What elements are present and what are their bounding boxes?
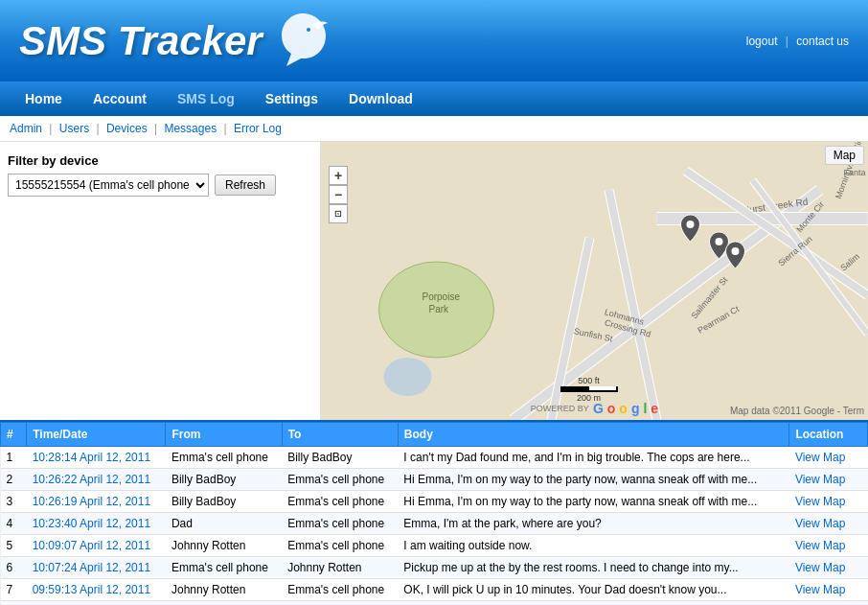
contact-link[interactable]: contact us — [796, 35, 849, 48]
logo-text: SMS Tracker — [19, 18, 263, 64]
svg-point-30 — [716, 238, 723, 245]
table-row: 809:57:23 April 12, 2011Johnny RottenEmm… — [1, 601, 868, 606]
row-time[interactable]: 10:23:40 April 12, 2011 — [27, 513, 166, 535]
row-location[interactable]: View Map — [789, 513, 868, 535]
row-num: 7 — [1, 579, 27, 601]
nav-account[interactable]: Account — [78, 83, 162, 114]
row-body: Hi Emma, I'm on my way to the party now,… — [398, 469, 789, 491]
row-num: 8 — [1, 601, 27, 606]
row-from: Billy BadBoy — [166, 469, 282, 491]
row-body: OK, I will pick U up in 10 minutes. Your… — [398, 579, 789, 601]
row-num: 5 — [1, 535, 27, 557]
row-body: Emma, I'm at the park, where are you? — [398, 513, 789, 535]
map-footer: POWERED BY Google — [531, 401, 658, 416]
row-location[interactable]: View Map — [789, 535, 868, 557]
svg-point-29 — [687, 221, 695, 228]
svg-point-0 — [307, 28, 310, 32]
row-location[interactable]: View Map — [789, 447, 868, 469]
row-to: Emma's cell phone — [282, 491, 398, 513]
svg-text:Fanta: Fanta — [844, 168, 866, 177]
filter-and-map: Filter by device 15555215554 (Emma's cel… — [0, 142, 868, 422]
row-to: Emma's cell phone — [282, 469, 398, 491]
row-time[interactable]: 10:26:19 April 12, 2011 — [27, 491, 166, 513]
table-body: 110:28:14 April 12, 2011Emma's cell phon… — [1, 447, 868, 606]
row-num: 4 — [1, 513, 27, 535]
row-to: Emma's cell phone — [282, 579, 398, 601]
breadcrumb-devices[interactable]: Devices — [106, 122, 148, 135]
col-from: From — [166, 423, 282, 447]
row-time[interactable]: 09:57:23 April 12, 2011 — [27, 601, 166, 606]
table-row: 510:09:07 April 12, 2011Johnny RottenEmm… — [1, 535, 868, 557]
row-from: Johnny Rotten — [166, 579, 282, 601]
row-to: Billy BadBoy — [282, 447, 398, 469]
col-time: Time/Date — [27, 423, 166, 447]
row-time[interactable]: 10:09:07 April 12, 2011 — [27, 535, 166, 557]
row-location[interactable]: View Map — [789, 491, 868, 513]
row-body: Pickup me up at the by the rest rooms. I… — [398, 557, 789, 579]
table-row: 610:07:24 April 12, 2011Emma's cell phon… — [1, 557, 868, 579]
breadcrumb-users[interactable]: Users — [59, 122, 89, 135]
zoom-in-button[interactable]: + — [329, 166, 348, 185]
row-body: Hi Emma, I'm on my way to the party now,… — [398, 491, 789, 513]
logo-bird — [272, 9, 334, 74]
logout-link[interactable]: logout — [746, 35, 778, 48]
row-time[interactable]: 10:26:22 April 12, 2011 — [27, 469, 166, 491]
table-row: 709:59:13 April 12, 2011Johnny RottenEmm… — [1, 579, 868, 601]
row-from: Billy BadBoy — [166, 491, 282, 513]
row-body: I am waiting outside now. — [398, 535, 789, 557]
data-table: # Time/Date From To Body Location 110:28… — [0, 422, 868, 605]
row-location[interactable]: View Map — [789, 579, 868, 601]
row-from: Emma's cell phone — [166, 557, 282, 579]
svg-point-5 — [384, 358, 432, 396]
row-to: Emma's cell phone — [282, 535, 398, 557]
svg-point-31 — [732, 247, 740, 255]
header: SMS Tracker logout | contact us — [0, 0, 868, 81]
row-time[interactable]: 09:59:13 April 12, 2011 — [27, 579, 166, 601]
breadcrumb-admin[interactable]: Admin — [10, 122, 42, 135]
zoom-out-button[interactable]: − — [329, 185, 348, 204]
col-to: To — [282, 423, 398, 447]
row-location: No Location — [789, 601, 868, 606]
map-credit: Map data ©2011 Google - Term — [730, 406, 864, 416]
nav-download[interactable]: Download — [333, 83, 428, 114]
map-zoom-controls: + − ⊡ — [329, 166, 348, 223]
row-body: Yep. Can you pick me up? I need a ride t… — [398, 601, 789, 606]
svg-text:Porpoise: Porpoise — [423, 291, 461, 302]
row-body: I can't my Dad found me, and I'm in big … — [398, 447, 789, 469]
row-to: Emma's cell phone — [282, 513, 398, 535]
row-to: Johnny Rotten — [282, 557, 398, 579]
device-select[interactable]: 15555215554 (Emma's cell phone) — [8, 174, 209, 197]
nav-sms-log[interactable]: SMS Log — [162, 83, 250, 114]
refresh-button[interactable]: Refresh — [215, 175, 276, 196]
row-location[interactable]: View Map — [789, 557, 868, 579]
col-body: Body — [398, 423, 789, 447]
scale-bar: 500 ft 200 m — [560, 376, 618, 403]
zoom-fit-button[interactable]: ⊡ — [329, 204, 348, 223]
row-num: 2 — [1, 469, 27, 491]
row-from: Johnny Rotten — [166, 535, 282, 557]
breadcrumb-error-log[interactable]: Error Log — [234, 122, 282, 135]
row-to: Emma's cell phone — [282, 601, 398, 606]
row-time[interactable]: 10:28:14 April 12, 2011 — [27, 447, 166, 469]
row-num: 1 — [1, 447, 27, 469]
table-row: 310:26:19 April 12, 2011Billy BadBoyEmma… — [1, 491, 868, 513]
map-button[interactable]: Map — [825, 146, 864, 165]
row-from: Dad — [166, 513, 282, 535]
left-panel: Filter by device 15555215554 (Emma's cel… — [0, 142, 321, 420]
svg-text:Park: Park — [429, 304, 450, 314]
table-row: 210:26:22 April 12, 2011Billy BadBoyEmma… — [1, 469, 868, 491]
table-container: # Time/Date From To Body Location 110:28… — [0, 422, 868, 605]
breadcrumb-messages[interactable]: Messages — [164, 122, 217, 135]
row-from: Johnny Rotten — [166, 601, 282, 606]
nav-home[interactable]: Home — [10, 83, 78, 114]
breadcrumb: Admin | Users | Devices | Messages | Err… — [0, 116, 868, 142]
header-links: logout | contact us — [746, 35, 849, 48]
nav-settings[interactable]: Settings — [250, 83, 333, 114]
row-time[interactable]: 10:07:24 April 12, 2011 — [27, 557, 166, 579]
row-num: 3 — [1, 491, 27, 513]
row-location[interactable]: View Map — [789, 469, 868, 491]
col-num: # — [1, 423, 27, 447]
map-area: Map + − ⊡ Porpoise Park — [321, 142, 868, 420]
filter-label: Filter by device — [8, 153, 312, 168]
col-location: Location — [789, 423, 868, 447]
